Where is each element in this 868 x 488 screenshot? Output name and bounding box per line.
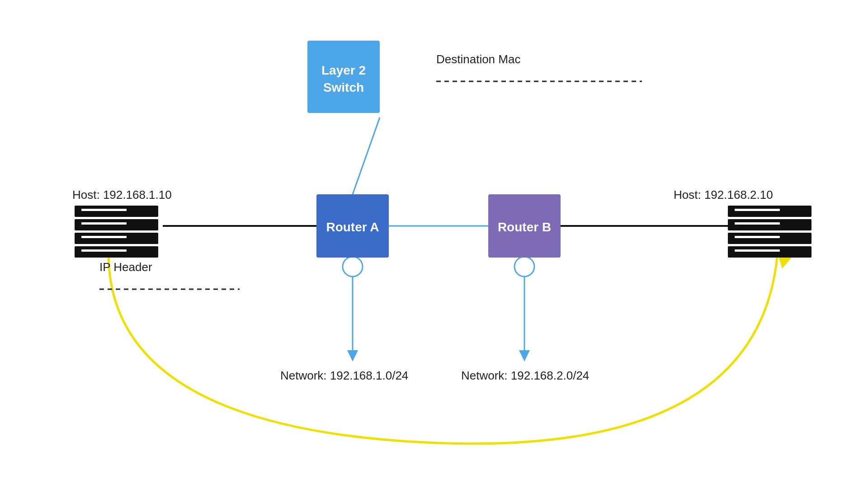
routera-label: Router A — [326, 220, 379, 234]
hostb-icon-row3 — [728, 233, 811, 244]
hosta-line4 — [81, 249, 127, 252]
hostb-icon-row1 — [728, 206, 811, 217]
hosta-icon-row2 — [75, 219, 158, 230]
hosta-icon-row1 — [75, 206, 158, 217]
hosta-line3 — [81, 236, 127, 238]
hostb-line3 — [735, 236, 780, 238]
routera-port-circle — [343, 257, 363, 277]
switch-label2: Switch — [323, 80, 364, 94]
hostb-line4 — [735, 249, 780, 252]
destination-mac-label: Destination Mac — [436, 52, 520, 66]
routerb-port-circle — [514, 257, 534, 277]
hostb-icon-row2 — [728, 219, 811, 230]
networkb-label: Network: 192.168.2.0/24 — [461, 369, 589, 382]
hosta-icon-row3 — [75, 233, 158, 244]
switch-label: Layer 2 — [321, 63, 366, 77]
yellow-curve-line — [108, 253, 778, 444]
hostb-label: Host: 192.168.2.10 — [674, 188, 773, 202]
hostb-line2 — [735, 222, 780, 225]
routerb-label: Router B — [498, 220, 551, 234]
routerb-arrow-head — [519, 350, 530, 361]
hosta-line1 — [81, 209, 127, 211]
routera-arrow-head — [347, 350, 358, 361]
hosta-line2 — [81, 222, 127, 225]
hostb-line1 — [735, 209, 780, 211]
hosta-label: Host: 192.168.1.10 — [72, 188, 172, 202]
ip-header-label: IP Header — [99, 260, 152, 274]
hostb-icon-row4 — [728, 246, 811, 258]
hosta-icon-row4 — [75, 246, 158, 258]
switch-to-routera-line — [353, 117, 380, 194]
networka-label: Network: 192.168.1.0/24 — [280, 369, 408, 382]
diagram-container: Layer 2 Switch Router A Router B Host: 1… — [0, 0, 868, 488]
